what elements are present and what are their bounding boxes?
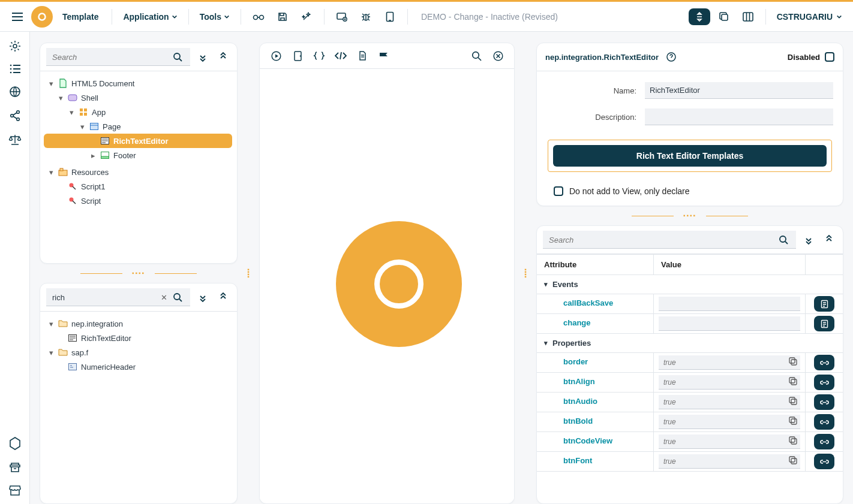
library-search-input[interactable] — [51, 292, 158, 303]
clear-search-icon[interactable]: ✕ — [158, 293, 170, 302]
tools-menu[interactable]: Tools — [196, 12, 233, 22]
event-value-input[interactable] — [659, 316, 800, 331]
magic-wand-icon[interactable] — [296, 7, 317, 27]
lib-item-numericheader[interactable]: ▸ NumericHeader — [44, 360, 232, 374]
name-input[interactable] — [645, 82, 833, 99]
save-icon[interactable] — [272, 7, 293, 27]
tree-node-resources[interactable]: ▾ Resources — [44, 165, 232, 179]
property-value-input[interactable] — [659, 434, 800, 449]
lib-group-nep[interactable]: ▾ nep.integration — [44, 316, 232, 331]
collapse-all-icon[interactable] — [215, 49, 231, 65]
list-icon[interactable] — [9, 64, 21, 74]
property-link[interactable]: btnCodeView — [563, 436, 612, 445]
attribute-search[interactable] — [543, 231, 796, 249]
property-link[interactable]: btnAudio — [563, 397, 597, 406]
archive-icon[interactable] — [9, 462, 21, 473]
value-helper-icon[interactable] — [788, 357, 798, 366]
declare-only-checkbox[interactable] — [554, 186, 563, 196]
tablet-icon[interactable] — [380, 7, 400, 27]
application-menu[interactable]: Application — [119, 12, 181, 22]
edit-script-button[interactable] — [814, 296, 834, 312]
lib-item-rte[interactable]: ▸ RichTextEditor — [44, 331, 232, 345]
tree-node-footer[interactable]: ▸ Footer — [44, 148, 232, 162]
property-value-input[interactable] — [659, 415, 800, 429]
glasses-icon[interactable] — [248, 7, 269, 27]
document-icon[interactable] — [355, 48, 370, 64]
expand-all-icon[interactable] — [195, 49, 211, 65]
play-icon[interactable] — [268, 48, 284, 64]
tree-node-script[interactable]: ▸ Script — [44, 194, 232, 208]
search-icon[interactable] — [170, 49, 185, 65]
tree-node-page[interactable]: ▾ Page — [44, 119, 232, 134]
bind-button[interactable] — [814, 454, 834, 469]
vertical-splitter-right[interactable]: ▪▪▪▪ — [522, 43, 529, 504]
edit-script-button[interactable] — [814, 316, 834, 331]
property-link[interactable]: btnBold — [563, 417, 593, 425]
gear-icon[interactable] — [9, 40, 21, 52]
globe-icon[interactable] — [9, 86, 21, 98]
search-icon[interactable] — [468, 48, 484, 64]
share-nodes-icon[interactable] — [9, 110, 21, 122]
property-link[interactable]: btnFont — [563, 456, 592, 465]
tree-search-input[interactable] — [51, 52, 170, 62]
property-value-input[interactable] — [659, 355, 800, 370]
value-helper-icon[interactable] — [788, 376, 798, 386]
bug-icon[interactable] — [356, 7, 376, 27]
value-helper-icon[interactable] — [788, 416, 798, 425]
disabled-checkbox[interactable] — [825, 52, 834, 62]
phone-preview-icon[interactable] — [290, 48, 305, 64]
vertical-resize-icon[interactable] — [689, 8, 710, 25]
monitor-add-icon[interactable] — [332, 7, 352, 27]
bind-button[interactable] — [814, 414, 834, 430]
property-value-input[interactable] — [659, 375, 800, 390]
property-value-input[interactable] — [659, 395, 800, 409]
search-icon[interactable] — [776, 232, 791, 248]
tree-node-shell[interactable]: ▾ Shell — [44, 90, 232, 105]
flag-icon[interactable] — [376, 48, 392, 64]
hexagon-icon[interactable] — [9, 437, 21, 450]
scales-icon[interactable] — [8, 134, 22, 146]
copy-icon[interactable] — [714, 7, 734, 27]
tree-node-root[interactable]: ▾ HTML5 Document — [44, 76, 232, 90]
property-value-input[interactable] — [659, 454, 800, 469]
bind-button[interactable] — [814, 355, 834, 370]
tree-search[interactable] — [46, 48, 190, 66]
collapse-all-icon[interactable] — [215, 289, 231, 305]
hamburger-menu-icon[interactable] — [7, 7, 28, 27]
help-icon[interactable] — [663, 49, 679, 65]
expand-all-icon[interactable] — [195, 289, 211, 305]
store-icon[interactable] — [9, 485, 21, 496]
collapse-all-icon[interactable] — [821, 232, 837, 248]
tree-node-script1[interactable]: ▸ Script1 — [44, 179, 232, 194]
tree-node-app[interactable]: ▾ App — [44, 105, 232, 119]
horizontal-splitter[interactable]: ▪▪▪▪ — [40, 270, 238, 277]
close-circle-icon[interactable] — [490, 48, 506, 64]
value-helper-icon[interactable] — [788, 396, 798, 406]
lib-group-sapf[interactable]: ▾ sap.f — [44, 345, 232, 360]
braces-icon[interactable] — [311, 48, 327, 64]
library-search[interactable]: ✕ — [46, 288, 190, 306]
user-menu[interactable]: CSTRUGARIU — [773, 12, 846, 22]
vertical-splitter-left[interactable]: ▪▪▪▪ — [245, 43, 252, 504]
expand-all-icon[interactable] — [801, 232, 816, 248]
columns-icon[interactable] — [738, 7, 758, 27]
property-link[interactable]: border — [563, 357, 588, 366]
property-link[interactable]: btnAlign — [563, 377, 595, 386]
bind-button[interactable] — [814, 394, 834, 410]
group-events[interactable]: ▾ Events — [537, 275, 843, 294]
bind-button[interactable] — [814, 375, 834, 390]
tree-node-richtexteditor[interactable]: ▸ RichTextEditor — [44, 134, 232, 148]
group-properties[interactable]: ▾ Properties — [537, 334, 843, 353]
value-helper-icon[interactable] — [788, 455, 798, 465]
search-icon[interactable] — [170, 289, 185, 305]
rich-text-editor-templates-button[interactable]: Rich Text Editor Templates — [553, 145, 827, 167]
event-link[interactable]: callBackSave — [563, 298, 613, 307]
horizontal-splitter-right[interactable]: ▪▪▪▪ — [536, 212, 843, 219]
value-helper-icon[interactable] — [788, 436, 798, 445]
attribute-search-input[interactable] — [548, 235, 776, 245]
description-input[interactable] — [645, 108, 833, 125]
event-link[interactable]: change — [563, 318, 591, 327]
code-icon[interactable] — [333, 48, 349, 64]
bind-button[interactable] — [814, 434, 834, 449]
event-value-input[interactable] — [659, 297, 800, 311]
